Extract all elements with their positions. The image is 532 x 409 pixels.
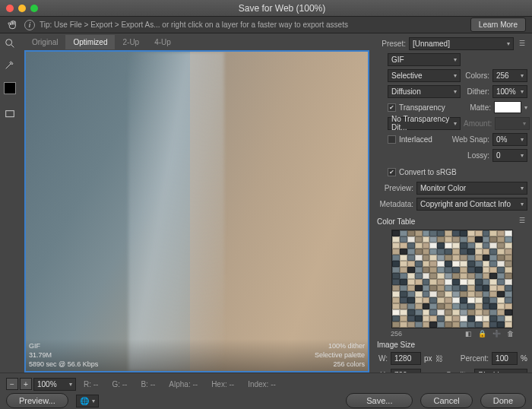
info-icon: i — [24, 20, 35, 30]
toolbar — [0, 33, 20, 373]
info-dither: 100% dither — [315, 342, 365, 350]
preset-select[interactable]: [Unnamed] — [409, 37, 514, 50]
width-field[interactable] — [391, 352, 421, 365]
tip-bar: i Tip: Use File > Export > Export As... … — [0, 17, 532, 33]
preset-menu-icon[interactable] — [517, 38, 527, 49]
info-colors: 256 colors — [315, 360, 365, 368]
title-bar: Save for Web (100%) — [0, 0, 532, 17]
percent-field[interactable] — [492, 352, 518, 365]
zoom-select[interactable]: 100% — [33, 378, 76, 391]
eyedropper-icon[interactable] — [3, 58, 17, 71]
colors-label: Colors: — [464, 71, 489, 80]
preview-label: Preview: — [377, 184, 413, 192]
hand-tool-icon — [6, 18, 20, 32]
tip-text: Tip: Use File > Export > Export As... or… — [40, 21, 348, 29]
h-label: H: — [377, 371, 388, 373]
tab-4up[interactable]: 4-Up — [147, 35, 179, 49]
quality-select[interactable]: Bicubic — [474, 369, 527, 373]
footer: − + 100% R: --G: --B: -- Alpha: --Hex: -… — [0, 373, 532, 409]
color-table[interactable] — [391, 230, 513, 328]
done-button[interactable]: Done — [480, 393, 526, 408]
zoom-out-button[interactable]: − — [6, 378, 18, 390]
amount-select — [495, 117, 530, 130]
percent-label: Percent: — [446, 354, 489, 363]
preview-select[interactable]: Monitor Color — [416, 182, 527, 195]
interlaced-checkbox[interactable] — [388, 135, 396, 144]
browser-select[interactable]: 🌐 — [76, 395, 99, 407]
ct-trash-icon[interactable]: 🗑 — [507, 330, 514, 338]
ct-lock-icon[interactable]: 🔒 — [478, 330, 486, 338]
color-count: 256 — [391, 330, 402, 338]
tab-optimized[interactable]: Optimized — [65, 35, 115, 49]
preview-image — [26, 52, 368, 371]
metadata-select[interactable]: Copyright and Contact Info — [416, 198, 527, 211]
svg-point-0 — [6, 40, 12, 46]
lossy-label: Lossy: — [377, 151, 489, 160]
info-timing: 5890 sec @ 56.6 Kbps — [29, 360, 98, 368]
srgb-checkbox[interactable] — [388, 168, 396, 176]
reduction-select[interactable]: Selective — [388, 69, 461, 82]
info-palette: Selective palette — [315, 351, 365, 359]
websnap-select[interactable]: 0% — [492, 133, 527, 146]
cancel-button[interactable]: Cancel — [420, 393, 472, 408]
dither-label: Dither: — [464, 87, 489, 96]
close-icon[interactable] — [6, 5, 14, 12]
dither-select[interactable]: 100% — [492, 85, 527, 98]
websnap-label: Web Snap: — [435, 135, 489, 144]
lossy-select[interactable]: 0 — [492, 149, 527, 162]
slice-select-icon[interactable] — [3, 108, 17, 122]
color-table-menu-icon[interactable] — [517, 215, 527, 226]
view-tabs: Original Optimized 2-Up 4-Up — [24, 33, 369, 50]
srgb-label: Convert to sRGB — [399, 168, 457, 176]
info-format: GIF — [29, 342, 98, 350]
svg-rect-1 — [6, 111, 14, 117]
format-select[interactable]: GIF — [388, 53, 461, 66]
w-label: W: — [377, 354, 388, 363]
zoom-in-button[interactable]: + — [20, 378, 32, 390]
amount-label: Amount: — [464, 119, 492, 128]
dither-method-select[interactable]: Diffusion — [388, 85, 461, 98]
tab-2up[interactable]: 2-Up — [115, 35, 147, 49]
preview-pane[interactable]: GIF 31.79M 5890 sec @ 56.6 Kbps 100% dit… — [24, 50, 369, 373]
info-size: 31.79M — [29, 351, 98, 359]
ct-new-icon[interactable]: ➕ — [492, 330, 501, 338]
magnifier-icon[interactable] — [3, 36, 17, 50]
preview-button[interactable]: Preview... — [6, 393, 68, 408]
color-table-heading: Color Table — [377, 217, 415, 226]
matte-swatch[interactable] — [494, 101, 521, 113]
image-size-heading: Image Size — [377, 341, 527, 349]
minimize-icon[interactable] — [18, 5, 26, 12]
window-title: Save for Web (100%) — [38, 3, 526, 14]
ct-sort-icon[interactable]: ◧ — [465, 330, 472, 338]
settings-panel: Preset: [Unnamed] GIF Selective Colors: … — [374, 33, 532, 373]
colors-select[interactable]: 256 — [492, 69, 527, 82]
interlaced-label: Interlaced — [399, 135, 432, 144]
window-controls — [6, 5, 38, 12]
transparency-checkbox[interactable] — [388, 103, 396, 112]
preview-info: GIF 31.79M 5890 sec @ 56.6 Kbps 100% dit… — [26, 339, 368, 371]
zoom-icon[interactable] — [30, 5, 38, 12]
height-field[interactable] — [391, 369, 421, 373]
preset-label: Preset: — [377, 40, 406, 48]
tab-original[interactable]: Original — [24, 35, 65, 49]
metadata-label: Metadata: — [377, 200, 413, 208]
save-button[interactable]: Save... — [346, 393, 413, 408]
learn-more-button[interactable]: Learn More — [470, 17, 526, 32]
color-swatch[interactable] — [4, 82, 16, 94]
transparency-label: Transparency — [399, 103, 445, 112]
quality-label: Quality: — [446, 371, 472, 373]
link-icon[interactable]: ⛓ — [435, 350, 443, 366]
pixel-readout: R: --G: --B: -- Alpha: --Hex: --Index: -… — [84, 380, 526, 388]
matte-label: Matte: — [448, 103, 491, 112]
trans-dither-select[interactable]: No Transparency Dit... — [388, 117, 461, 130]
